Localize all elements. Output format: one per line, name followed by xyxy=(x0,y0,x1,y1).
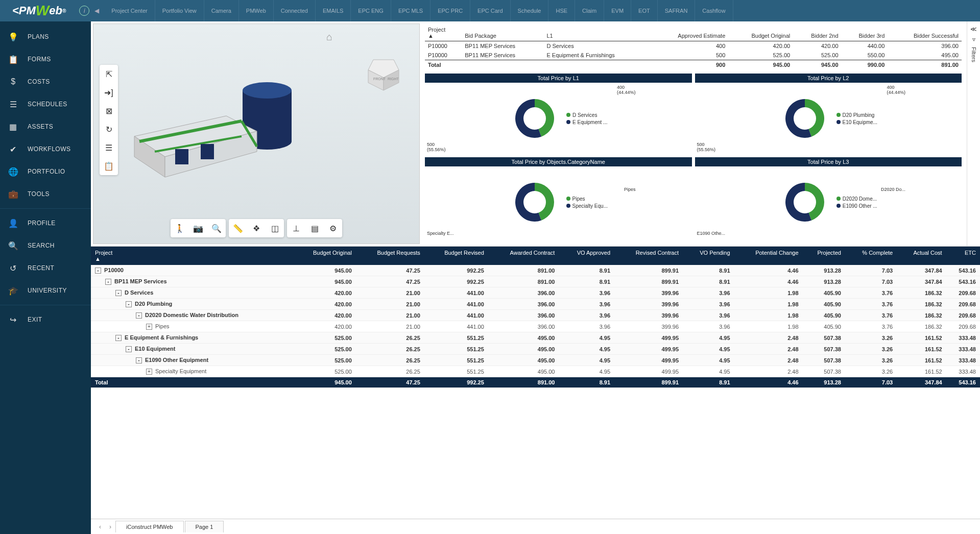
sidebar-item-portfolio[interactable]: 🌐PORTFOLIO xyxy=(0,160,91,183)
top-tab-13[interactable]: EVM xyxy=(604,0,631,21)
expand-icon[interactable]: - xyxy=(136,357,142,363)
gear-icon[interactable]: ⚙ xyxy=(324,219,342,237)
expand-icon[interactable]: + xyxy=(146,369,152,375)
donut-chart[interactable] xyxy=(509,177,560,228)
grid-col-5[interactable]: VO Approved xyxy=(559,247,614,265)
grid-row[interactable]: -D20 Plumbing420.0021.00441.00396.003.96… xyxy=(91,299,980,310)
tab-next-icon[interactable]: › xyxy=(105,521,115,532)
model-viewer[interactable]: ⌂ FRONTRIGHT xyxy=(93,23,420,244)
expand-icon[interactable]: - xyxy=(115,290,122,296)
filters-rail[interactable]: ≪ ▿ Filters xyxy=(967,21,980,246)
grid-col-11[interactable]: Actual Cost xyxy=(897,247,946,265)
top-tab-16[interactable]: Cashflow xyxy=(695,0,733,21)
bid-col-4[interactable]: Budget Original xyxy=(728,25,793,41)
grid-col-1[interactable]: Budget Original xyxy=(293,247,356,265)
view-cube[interactable]: FRONTRIGHT xyxy=(363,55,404,95)
grid-col-7[interactable]: VO Pending xyxy=(683,247,734,265)
top-tab-3[interactable]: PMWeb xyxy=(239,0,274,21)
properties-icon[interactable]: ▤ xyxy=(305,219,324,237)
sidebar-item-exit[interactable]: ↪EXIT xyxy=(0,308,91,331)
grid-col-10[interactable]: % Complete xyxy=(845,247,897,265)
measure-icon[interactable]: 📏 xyxy=(229,219,247,237)
sidebar-item-university[interactable]: 🎓UNIVERSITY xyxy=(0,279,91,302)
top-tab-8[interactable]: EPC PRC xyxy=(431,0,470,21)
expand-icon[interactable]: - xyxy=(115,335,122,341)
expand-icon[interactable]: + xyxy=(146,324,152,330)
list-icon[interactable]: ☰ xyxy=(100,138,118,157)
sidebar-item-profile[interactable]: 👤PROFILE xyxy=(0,212,91,234)
cost-grid[interactable]: Project▲Budget OriginalBudget RequestsBu… xyxy=(91,246,980,519)
layers-icon[interactable]: ❖ xyxy=(247,219,266,237)
top-tab-11[interactable]: HSE xyxy=(548,0,575,21)
grid-col-8[interactable]: Potential Change xyxy=(734,247,803,265)
expand-icon[interactable]: - xyxy=(136,312,142,319)
sidebar-item-schedules[interactable]: ☰SCHEDULES xyxy=(0,93,91,115)
grid-col-6[interactable]: Revised Contract xyxy=(614,247,683,265)
top-tab-12[interactable]: Claim xyxy=(575,0,604,21)
filter-icon[interactable]: ▿ xyxy=(972,36,975,43)
top-tab-4[interactable]: Connected xyxy=(274,0,316,21)
donut-chart[interactable] xyxy=(779,93,830,144)
expand-icon[interactable]: - xyxy=(95,268,101,274)
bid-col-6[interactable]: Bidder 3rd xyxy=(842,25,888,41)
top-tab-7[interactable]: EPC MLS xyxy=(391,0,431,21)
tree-icon[interactable]: ⊥ xyxy=(287,219,305,237)
expand-icon[interactable]: - xyxy=(105,279,111,285)
home-icon[interactable]: ⌂ xyxy=(326,31,332,43)
sidebar-item-search[interactable]: 🔍SEARCH xyxy=(0,234,91,257)
camera-icon[interactable]: 📷 xyxy=(189,219,207,237)
footer-tab-1[interactable]: Page 1 xyxy=(185,521,224,532)
top-tab-1[interactable]: Portfolio View xyxy=(155,0,204,21)
grid-col-9[interactable]: Projected xyxy=(803,247,845,265)
donut-chart[interactable] xyxy=(779,177,830,228)
grid-col-2[interactable]: Budget Requests xyxy=(356,247,424,265)
grid-row[interactable]: -D Services420.0021.00441.00396.003.9639… xyxy=(91,287,980,299)
sidebar-item-plans[interactable]: 💡PLANS xyxy=(0,26,91,48)
sidebar-item-recent[interactable]: ↺RECENT xyxy=(0,257,91,279)
top-tab-2[interactable]: Camera xyxy=(204,0,239,21)
collapse-icon[interactable]: ≪ xyxy=(970,26,977,33)
cube-icon[interactable]: ◫ xyxy=(266,219,284,237)
close-box-icon[interactable]: ⊠ xyxy=(100,102,118,120)
grid-col-3[interactable]: Budget Revised xyxy=(424,247,488,265)
bid-col-7[interactable]: Bidder Successful xyxy=(888,25,962,41)
info-icon[interactable]: i xyxy=(79,6,89,16)
donut-chart[interactable] xyxy=(509,93,560,144)
person-icon[interactable]: 🚶 xyxy=(171,219,189,237)
top-tab-10[interactable]: Schedule xyxy=(511,0,549,21)
grid-row[interactable]: -E10 Equipment525.0026.25551.25495.004.9… xyxy=(91,344,980,355)
top-tab-6[interactable]: EPC ENG xyxy=(351,0,391,21)
bid-col-5[interactable]: Bidder 2nd xyxy=(793,25,841,41)
sidebar-item-forms[interactable]: 📋FORMS xyxy=(0,48,91,70)
bid-col-1[interactable]: Bid Package xyxy=(462,25,543,41)
grid-col-4[interactable]: Awarded Contract xyxy=(488,247,559,265)
grid-col-12[interactable]: ETC xyxy=(946,247,980,265)
bid-row[interactable]: P10000BP11 MEP ServicesD Services400420.… xyxy=(425,41,962,51)
grid-row[interactable]: -E1090 Other Equipment525.0026.25551.254… xyxy=(91,355,980,366)
clipboard-icon[interactable]: 📋 xyxy=(100,157,118,175)
sidebar-item-tools[interactable]: 💼TOOLS xyxy=(0,183,91,205)
grid-row[interactable]: +Specialty Equipment525.0026.25551.25495… xyxy=(91,366,980,377)
bid-col-2[interactable]: L1 xyxy=(543,25,651,41)
bid-row[interactable]: P10000BP11 MEP ServicesE Equipment & Fur… xyxy=(425,51,962,60)
grid-row[interactable]: +Pipes420.0021.00441.00396.003.96399.963… xyxy=(91,321,980,332)
login-icon[interactable]: ➜] xyxy=(100,83,118,102)
top-tab-15[interactable]: SAFRAN xyxy=(658,0,696,21)
grid-col-0[interactable]: Project▲ xyxy=(91,247,293,265)
export-icon[interactable]: ⇱ xyxy=(100,65,118,83)
grid-row[interactable]: -BP11 MEP Services945.0047.25992.25891.0… xyxy=(91,276,980,287)
zoom-icon[interactable]: 🔍 xyxy=(207,219,226,237)
grid-row[interactable]: -P10000945.0047.25992.25891.008.91899.91… xyxy=(91,265,980,276)
expand-icon[interactable]: - xyxy=(126,346,132,352)
grid-row[interactable]: -E Equipment & Furnishings525.0026.25551… xyxy=(91,332,980,344)
sound-icon[interactable]: ◀ xyxy=(94,7,99,14)
expand-icon[interactable]: - xyxy=(126,301,132,307)
tab-prev-icon[interactable]: ‹ xyxy=(95,521,105,532)
bid-col-0[interactable]: Project▲ xyxy=(425,25,462,41)
top-tab-5[interactable]: EMAILS xyxy=(316,0,351,21)
footer-tab-0[interactable]: iConstruct PMWeb xyxy=(115,521,184,532)
sidebar-item-costs[interactable]: $COSTS xyxy=(0,70,91,93)
sidebar-item-workflows[interactable]: ✔WORKFLOWS xyxy=(0,138,91,160)
top-tab-9[interactable]: EPC Card xyxy=(470,0,511,21)
bid-col-3[interactable]: Approved Estimate xyxy=(651,25,729,41)
